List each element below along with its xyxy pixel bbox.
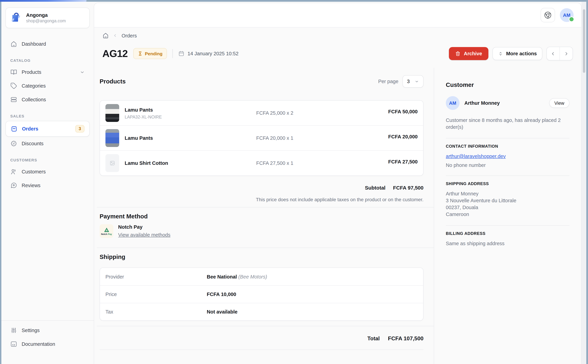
- product-info: Lamu Pants: [125, 135, 256, 141]
- sidebar-item-label: Collections: [22, 97, 46, 102]
- tax-note: This price does not include applicable t…: [231, 196, 424, 203]
- product-info: Lamu Pants LAPA32-XL-NOIRE: [125, 107, 256, 119]
- page-body: Orders AG12 Pending 14 January 2025 10:5…: [94, 27, 581, 364]
- customer-row: AM Arthur Monney View: [446, 96, 569, 110]
- customer-phone: No phone number: [446, 162, 569, 168]
- divider: [172, 49, 173, 58]
- home-breadcrumb-icon[interactable]: [102, 32, 109, 39]
- divider: [446, 225, 569, 226]
- shipping-row-value: Bee National (Bee Motors): [207, 274, 267, 279]
- total-label: Total: [367, 336, 380, 342]
- product-name: Lamu Pants: [125, 135, 256, 141]
- order-pager: [546, 47, 573, 60]
- per-page-label: Per page: [378, 79, 399, 84]
- product-sku: LAPA32-XL-NOIRE: [125, 115, 256, 119]
- products-table: Lamu Pants LAPA32-XL-NOIRE FCFA 25,000 x…: [100, 100, 424, 176]
- customer-name: Arthur Monney: [464, 100, 500, 106]
- nav-section-customers: CUSTOMERS: [10, 158, 85, 162]
- store-email: shop@angonga.com: [26, 18, 66, 24]
- screen: Angonga shop@angonga.com Dashboard CATAL…: [0, 0, 588, 364]
- address-line: Arthur Monney: [446, 190, 569, 197]
- products-header: Products Per page 3: [100, 76, 424, 87]
- customer-panel: Customer AM Arthur Monney View Customer …: [434, 68, 581, 364]
- product-thumbnail: [105, 129, 119, 147]
- products-heading: Products: [100, 78, 126, 85]
- product-line-total: FCFA 50,000: [359, 104, 418, 114]
- page-header: Orders AG12 Pending 14 January 2025 10:5…: [94, 27, 581, 68]
- table-row[interactable]: Lamu Pants LAPA32-XL-NOIRE FCFA 25,000 x…: [100, 101, 423, 125]
- view-customer-button[interactable]: View: [549, 98, 569, 108]
- shipping-row-label: Price: [105, 292, 207, 297]
- nav-section-catalog: CATALOG: [10, 58, 85, 63]
- badge-percent-icon: [10, 140, 17, 147]
- shipping-address: Arthur Monney 3 Nouvelle Aventure du Lit…: [446, 190, 569, 218]
- customer-summary: Customer since 8 months ago, has already…: [446, 117, 569, 130]
- product-thumbnail: [105, 104, 119, 122]
- sidebar-item-label: Documentation: [22, 341, 55, 347]
- chevron-left-icon: [551, 51, 556, 56]
- store-identity: Angonga shop@angonga.com: [26, 12, 66, 24]
- order-title-row: AG12 Pending 14 January 2025 10:52: [102, 47, 573, 60]
- table-row: Provider Bee National (Bee Motors): [100, 268, 423, 285]
- sidebar-item-dashboard[interactable]: Dashboard: [6, 37, 90, 51]
- shipping-table: Provider Bee National (Bee Motors) Price…: [100, 267, 424, 321]
- total-row: Total FCFA 107,500: [100, 326, 424, 350]
- scrollbar-thumb[interactable]: [583, 9, 585, 73]
- payment-method: Notch Pay Notch Pay View available metho…: [100, 224, 424, 247]
- sidebar-footer: Settings Documentation: [1, 320, 94, 364]
- store-switcher[interactable]: Angonga shop@angonga.com: [6, 7, 90, 28]
- sidebar-item-settings[interactable]: Settings: [6, 324, 90, 337]
- sidebar-item-products[interactable]: Products: [6, 65, 90, 79]
- billing-address-header: BILLING ADDRESS: [446, 231, 569, 236]
- user-avatar[interactable]: AM: [560, 8, 574, 22]
- billing-address-value: Same as shipping address: [446, 241, 569, 246]
- sidebar: Angonga shop@angonga.com Dashboard CATAL…: [1, 2, 94, 364]
- store-name: Angonga: [26, 12, 66, 18]
- more-actions-button[interactable]: More actions: [492, 47, 542, 60]
- payment-method-info: Notch Pay View available methods: [118, 224, 170, 238]
- sidebar-item-categories[interactable]: Categories: [6, 79, 90, 93]
- main-content: AM Orders AG12 Pending: [94, 3, 581, 364]
- subtotal-value: FCFA 97,500: [393, 185, 424, 191]
- view-available-methods-link[interactable]: View available methods: [118, 232, 170, 238]
- sidebar-item-label: Settings: [22, 328, 40, 333]
- sidebar-item-label: Customers: [22, 169, 46, 175]
- customer-email-link[interactable]: arthur@laravelshopper.dev: [446, 154, 506, 159]
- breadcrumb-separator-icon: [113, 33, 118, 38]
- sidebar-item-documentation[interactable]: Documentation: [6, 337, 90, 351]
- browser-button[interactable]: [541, 8, 555, 22]
- table-row[interactable]: Lamu Shirt Cotton FCFA 27,500 x 1 FCFA 2…: [100, 150, 423, 176]
- product-info: Lamu Shirt Cotton: [125, 160, 256, 166]
- sidebar-item-label: Dashboard: [22, 41, 46, 47]
- payment-heading: Payment Method: [100, 213, 424, 220]
- total-value: FCFA 107,500: [388, 336, 424, 342]
- chevron-down-icon: [415, 79, 419, 84]
- topbar: AM: [94, 3, 581, 27]
- sidebar-item-customers[interactable]: Customers: [6, 165, 90, 179]
- previous-order-button[interactable]: [547, 47, 560, 60]
- message-heart-icon: [10, 182, 17, 189]
- address-line: Cameroon: [446, 211, 569, 218]
- table-row[interactable]: Lamu Pants FCFA 20,000 x 1 FCFA 20,000: [100, 125, 423, 150]
- code-browser-icon: [10, 341, 17, 348]
- nav-section-sales: SALES: [10, 114, 85, 118]
- header-actions: Archive More actions: [449, 47, 573, 60]
- sidebar-item-collections[interactable]: Collections: [6, 93, 90, 106]
- store-logo-icon: [10, 12, 22, 24]
- sidebar-nav: Dashboard CATALOG Products Categories Co…: [1, 37, 94, 192]
- provider-note: (Bee Motors): [238, 274, 267, 279]
- sidebar-item-discounts[interactable]: Discounts: [6, 137, 90, 150]
- order-detail-column: Products Per page 3: [94, 68, 434, 364]
- shipping-row-value: FCFA 10,000: [207, 292, 236, 297]
- archive-button[interactable]: Archive: [449, 47, 488, 60]
- product-price-qty: FCFA 27,500 x 1: [256, 160, 359, 166]
- per-page-select[interactable]: 3: [403, 75, 424, 88]
- sidebar-item-reviews[interactable]: Reviews: [6, 179, 90, 192]
- divider: [97, 207, 434, 208]
- breadcrumb-current[interactable]: Orders: [122, 33, 137, 38]
- product-thumbnail-placeholder: [105, 154, 119, 172]
- status-label: Pending: [145, 51, 163, 56]
- sidebar-item-orders[interactable]: Orders 3: [6, 121, 90, 137]
- per-page-control: Per page 3: [378, 75, 424, 88]
- next-order-button[interactable]: [560, 47, 573, 60]
